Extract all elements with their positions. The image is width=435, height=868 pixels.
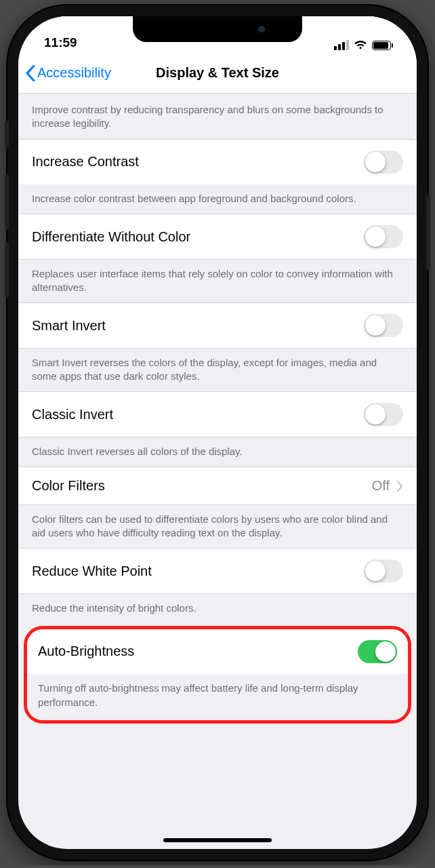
smart-invert-toggle[interactable] xyxy=(364,314,403,337)
differentiate-without-color-toggle[interactable] xyxy=(364,225,403,248)
color-filters-footer: Color filters can be used to differentia… xyxy=(18,505,417,549)
volume-down-button xyxy=(5,243,9,297)
status-time: 11:59 xyxy=(44,35,77,50)
reduce-white-point-row[interactable]: Reduce White Point xyxy=(18,548,417,594)
auto-brightness-row[interactable]: Auto-Brightness xyxy=(27,629,408,675)
settings-content[interactable]: Improve contrast by reducing transparenc… xyxy=(18,94,417,840)
home-indicator[interactable] xyxy=(163,838,272,842)
classic-invert-row[interactable]: Classic Invert xyxy=(18,391,417,437)
page-title: Display & Text Size xyxy=(156,65,279,81)
increase-contrast-row[interactable]: Increase Contrast xyxy=(18,139,417,185)
smart-invert-row[interactable]: Smart Invert xyxy=(18,302,417,349)
differentiate-without-color-label: Differentiate Without Color xyxy=(32,229,190,245)
mute-switch xyxy=(5,121,9,148)
reduce-transparency-footer: Improve contrast by reducing transparenc… xyxy=(18,94,417,139)
auto-brightness-highlight: Auto-Brightness Turning off auto-brightn… xyxy=(24,626,411,724)
classic-invert-footer: Classic Invert reverses all colors of th… xyxy=(18,437,417,467)
color-filters-row[interactable]: Color Filters Off xyxy=(18,467,417,505)
volume-up-button xyxy=(5,175,9,229)
camera-icon xyxy=(258,26,265,33)
chevron-right-icon xyxy=(396,481,403,492)
back-button[interactable]: Accessibility xyxy=(18,65,111,81)
wifi-icon xyxy=(354,40,367,50)
cellular-icon xyxy=(334,40,349,50)
chevron-left-icon xyxy=(25,65,36,81)
differentiate-without-color-row[interactable]: Differentiate Without Color xyxy=(18,214,417,260)
increase-contrast-footer: Increase color contrast between app fore… xyxy=(18,184,417,214)
smart-invert-footer: Smart Invert reverses the colors of the … xyxy=(18,349,417,392)
battery-icon xyxy=(372,41,391,50)
auto-brightness-toggle[interactable] xyxy=(358,640,397,663)
auto-brightness-label: Auto-Brightness xyxy=(38,644,134,659)
color-filters-right: Off xyxy=(372,478,403,494)
reduce-white-point-label: Reduce White Point xyxy=(32,564,152,579)
classic-invert-toggle[interactable] xyxy=(364,403,403,426)
status-right xyxy=(334,40,391,50)
color-filters-value: Off xyxy=(372,478,390,494)
classic-invert-label: Classic Invert xyxy=(32,407,113,422)
screen: 11:59 Accessibility Display & Text Size … xyxy=(18,16,417,849)
back-label: Accessibility xyxy=(37,65,111,81)
smart-invert-label: Smart Invert xyxy=(32,318,106,334)
nav-bar: Accessibility Display & Text Size xyxy=(18,53,417,94)
side-button xyxy=(426,195,430,270)
notch xyxy=(133,16,302,42)
reduce-white-point-toggle[interactable] xyxy=(364,559,403,583)
device-frame: 11:59 Accessibility Display & Text Size … xyxy=(7,5,428,860)
increase-contrast-toggle[interactable] xyxy=(364,151,403,174)
differentiate-without-color-footer: Replaces user interface items that rely … xyxy=(18,260,417,303)
auto-brightness-footer: Turning off auto-brightness may affect b… xyxy=(27,674,408,720)
reduce-white-point-footer: Reduce the intensity of bright colors. xyxy=(18,594,417,623)
increase-contrast-label: Increase Contrast xyxy=(32,154,139,170)
color-filters-label: Color Filters xyxy=(32,478,105,494)
